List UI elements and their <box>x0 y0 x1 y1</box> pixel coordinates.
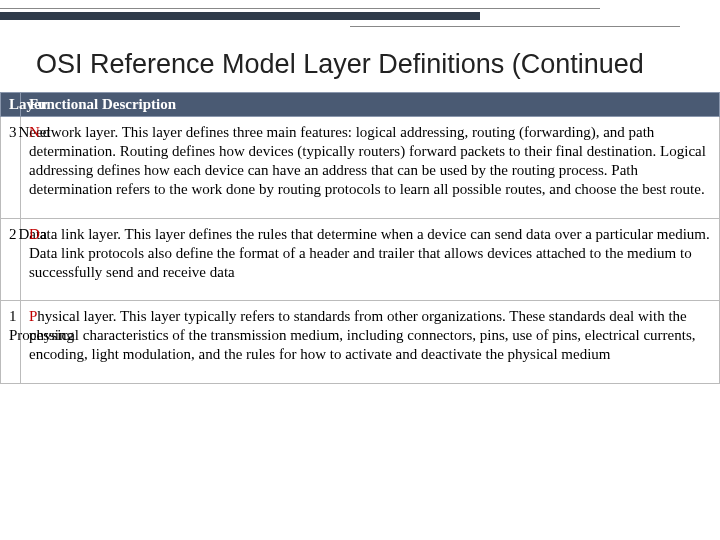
header-description: Functional Description <box>21 92 720 116</box>
layer-description: Network layer. This layer defines three … <box>21 116 720 218</box>
table-header-row: Layer Functional Description <box>1 92 720 116</box>
slide-title: OSI Reference Model Layer Definitions (C… <box>0 34 720 92</box>
top-decoration <box>0 0 720 34</box>
osi-layers-table: Layer Functional Description 3 Need Netw… <box>0 92 720 384</box>
decoration-line-upper <box>0 8 600 9</box>
table-row: 2 Data Data link layer. This layer defin… <box>1 218 720 301</box>
layer-description: Physical layer. This layer typically ref… <box>21 301 720 384</box>
table-row: 1 Processing Physical layer. This layer … <box>1 301 720 384</box>
description-text: hysical layer. This layer typically refe… <box>29 308 695 362</box>
decoration-block <box>0 12 480 20</box>
layer-number-name: 1 Processing <box>1 301 21 384</box>
layer-number: 2 <box>1 218 11 301</box>
layer-number: 1 <box>9 308 17 324</box>
layer-number: 3 <box>1 116 11 218</box>
mnemonic-letter: D <box>29 226 40 242</box>
layer-description: Data link layer. This layer defines the … <box>21 218 720 301</box>
decoration-line-lower <box>350 26 680 27</box>
mnemonic-letter: N <box>29 124 40 140</box>
description-text: ata link layer. This layer defines the r… <box>29 226 710 280</box>
description-text: etwork layer. This layer defines three m… <box>29 124 706 198</box>
header-layer: Layer <box>1 92 21 116</box>
table-row: 3 Need Network layer. This layer defines… <box>1 116 720 218</box>
